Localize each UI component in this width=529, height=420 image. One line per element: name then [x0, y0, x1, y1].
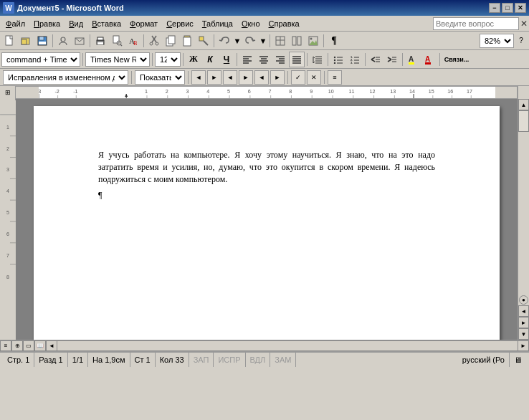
horizontal-ruler: -3 -2 -1 1 2 3 4 5 6 7 8 9 — [16, 86, 518, 99]
next-page-button[interactable]: ► — [518, 317, 529, 328]
help-search[interactable] — [433, 17, 519, 30]
paragraph-2: ¶ — [98, 189, 435, 201]
scroll-left-button[interactable]: ◄ — [46, 340, 57, 351]
select-browse-button[interactable]: ● — [519, 295, 528, 305]
save-button[interactable] — [34, 33, 50, 49]
print-preview-button[interactable] — [109, 33, 125, 49]
normal-view-button[interactable]: ≡ — [0, 340, 11, 351]
menu-table[interactable]: Таблица — [198, 18, 237, 29]
open-button[interactable] — [18, 33, 34, 49]
menu-tools[interactable]: Сервис — [162, 18, 198, 29]
paste-button[interactable] — [179, 33, 195, 49]
separator-t3 — [287, 71, 288, 84]
align-left-button[interactable] — [239, 52, 255, 67]
highlight-button[interactable]: A — [405, 52, 421, 67]
vertical-ruler: 1 2 3 4 5 6 7 8 — [0, 99, 16, 340]
menu-format[interactable]: Формат — [125, 18, 162, 29]
scroll-up-button[interactable]: ▲ — [518, 99, 529, 110]
reject-button[interactable]: ✕ — [307, 70, 321, 85]
show-select[interactable]: Показать — [135, 70, 185, 85]
scroll-thumb[interactable] — [518, 110, 529, 132]
bullets-button[interactable] — [330, 52, 346, 67]
copy-button[interactable] — [163, 33, 178, 49]
undo-dropdown[interactable]: ▼ — [233, 33, 242, 49]
nav-button-3[interactable]: ◄ — [223, 70, 237, 85]
scroll-track[interactable] — [518, 110, 529, 295]
menu-close[interactable]: ✕ — [520, 19, 528, 29]
underline-button[interactable]: Ч — [219, 52, 234, 67]
next-change-button[interactable]: ► — [207, 70, 221, 85]
numbering-button[interactable]: 1.2.3. — [347, 52, 363, 67]
print-button[interactable] — [92, 33, 108, 49]
nav-button-5[interactable]: ◄ — [254, 70, 269, 85]
format-painter-button[interactable] — [196, 33, 211, 49]
status-col: Кол 33 — [156, 353, 189, 367]
spellcheck-button[interactable]: AB — [125, 33, 141, 49]
nav-button-4[interactable]: ► — [239, 70, 253, 85]
separator-f1 — [82, 53, 83, 66]
scroll-right-button[interactable]: ► — [518, 340, 529, 351]
title-bar-left: W Документ5 - Microsoft Word — [3, 2, 124, 14]
menu-help[interactable]: Справка — [264, 18, 304, 29]
justify-button[interactable] — [289, 52, 305, 67]
separator-4 — [214, 34, 214, 47]
svg-marker-124 — [125, 94, 128, 97]
svg-line-74 — [388, 57, 391, 59]
close-button[interactable]: ✕ — [515, 3, 526, 13]
align-right-button[interactable] — [272, 52, 288, 67]
cut-button[interactable] — [146, 33, 162, 49]
drawing-button[interactable] — [305, 33, 321, 49]
italic-button[interactable]: К — [202, 52, 218, 67]
zoom-select[interactable]: 82% — [480, 34, 514, 48]
print-view-button[interactable]: ▭ — [23, 340, 34, 351]
permission-button[interactable] — [55, 33, 71, 49]
menu-edit[interactable]: Правка — [29, 18, 65, 29]
line-spacing-button[interactable] — [310, 52, 325, 67]
menu-file[interactable]: Файл — [1, 18, 29, 29]
font-select[interactable]: Times New Roman — [85, 52, 150, 67]
new-button[interactable] — [1, 33, 17, 49]
reading-view-button[interactable]: 📖 — [34, 340, 46, 351]
redo-button[interactable] — [242, 33, 258, 49]
ruler-corner: ⊞ — [0, 86, 16, 99]
email-button[interactable] — [72, 33, 87, 49]
menu-window[interactable]: Окно — [237, 18, 264, 29]
track-extra[interactable]: ≡ — [328, 70, 342, 85]
increase-indent-button[interactable] — [384, 52, 400, 67]
svg-text:-2: -2 — [54, 89, 59, 95]
menu-help-area: ✕ — [433, 17, 528, 30]
show-hide-button[interactable]: ¶ — [326, 33, 342, 49]
svg-point-19 — [156, 42, 158, 45]
nav-button-6[interactable]: ► — [270, 70, 285, 85]
columns-button[interactable] — [289, 33, 305, 49]
prev-change-button[interactable]: ◄ — [191, 70, 206, 85]
web-view-button[interactable]: ⊕ — [11, 340, 23, 351]
scroll-down-button[interactable]: ▼ — [518, 328, 529, 340]
decrease-indent-button[interactable] — [368, 52, 383, 67]
maximize-button[interactable]: □ — [502, 3, 513, 13]
font-size-select[interactable]: 12 — [155, 52, 181, 67]
accept-button[interactable]: ✓ — [291, 70, 305, 85]
svg-text:1: 1 — [6, 125, 9, 130]
menu-insert[interactable]: Вставка — [87, 18, 125, 29]
separator-f4 — [237, 53, 237, 66]
style-select[interactable]: command + Time — [1, 52, 80, 67]
redo-dropdown[interactable]: ▼ — [259, 33, 267, 49]
vertical-scrollbar[interactable]: ▲ ● ◄ ► ▼ — [518, 99, 529, 340]
link-button[interactable]: Связи... — [442, 52, 471, 67]
svg-text:17: 17 — [467, 89, 472, 95]
track-changes-select[interactable]: Исправления в измененном докумен — [3, 70, 128, 85]
prev-page-button[interactable]: ◄ — [518, 305, 529, 317]
document-scroll[interactable]: Я учусь работать на компьютере. Я хочу э… — [16, 99, 518, 340]
bold-button[interactable]: Ж — [186, 52, 201, 67]
undo-button[interactable] — [216, 33, 232, 49]
minimize-button[interactable]: − — [489, 3, 500, 13]
align-center-button[interactable] — [256, 52, 272, 67]
title-bar: W Документ5 - Microsoft Word − □ ✕ — [0, 0, 529, 16]
font-color-button[interactable]: A — [421, 52, 437, 67]
zoom-help[interactable]: ? — [515, 33, 528, 49]
table-button[interactable] — [272, 33, 288, 49]
menu-view[interactable]: Вид — [65, 18, 87, 29]
h-scroll-track[interactable] — [57, 340, 518, 351]
svg-line-69 — [371, 57, 375, 59]
